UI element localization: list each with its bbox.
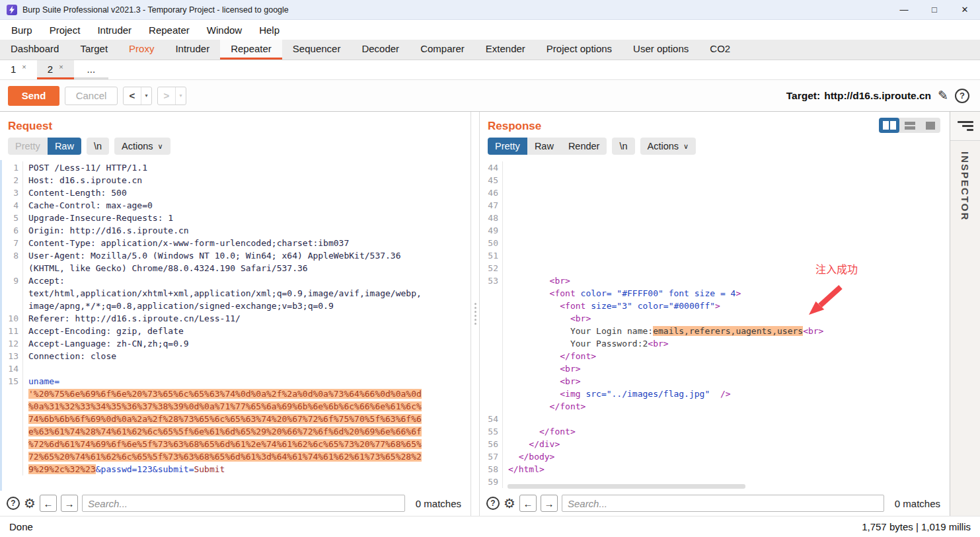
tab-decoder[interactable]: Decoder [351,40,410,60]
menu-bar: BurpProjectIntruderRepeaterWindowHelp [0,20,980,40]
code-line: 51 [482,249,950,262]
request-search-input[interactable] [82,495,405,512]
search-help-icon[interactable]: ? [7,497,20,510]
inspector-tab[interactable]: INSPECTOR [960,151,971,221]
code-line: 47 [482,199,950,212]
code-line: <br> [482,312,950,325]
search-help-icon[interactable]: ? [486,497,500,510]
red-arrow-icon [802,282,848,325]
tab-comparer[interactable]: Comparer [410,40,475,60]
history-back-button[interactable]: < ▾ [123,87,152,105]
status-bar: Done 1,757 bytes | 1,019 millis [0,516,980,537]
repeater-tab-...[interactable]: ... [74,60,109,79]
code-line: 2Host: d16.s.iproute.cn [2,174,471,186]
code-line: 55 </font> [482,425,950,438]
code-line: </font> [482,400,950,413]
tab-raw[interactable]: Raw [48,138,81,155]
inspector-collapse-button[interactable] [950,112,980,141]
code-line: image/apng,*/*;q=0.8,application/signed-… [2,300,471,312]
minimize-icon[interactable]: — [889,0,919,19]
edit-target-icon[interactable]: ✎ [938,88,948,103]
request-search-row: ? ⚙ ← → 0 matches [0,491,471,516]
repeater-toolbar: Send Cancel < ▾ > ▾ Target: http://d16.s… [0,80,980,112]
code-line: 50 [482,237,950,249]
menu-item-burp[interactable]: Burp [5,24,39,36]
layout-columns-icon[interactable] [879,118,899,133]
send-button[interactable]: Send [8,86,59,106]
back-icon[interactable]: < [124,87,141,104]
layout-toggle-group [879,118,940,133]
close-tab-icon[interactable]: × [59,63,63,71]
response-editor-body[interactable]: 44454647484950515253 <br> <font color= "… [480,160,950,491]
tab-co2[interactable]: CO2 [699,40,741,60]
help-icon[interactable]: ? [955,89,969,103]
search-prev-icon[interactable]: ← [519,495,537,512]
tab-dashboard[interactable]: Dashboard [0,40,69,60]
code-line: Your Login name:emails,referers,uagents,… [482,325,950,337]
code-line: 57 </body> [482,450,950,463]
layout-rows-icon[interactable] [899,118,920,133]
code-line: 14 [2,362,471,375]
injection-success-annotation: 注入成功 [815,261,858,276]
code-line: 53 <br> [482,274,950,287]
code-line: <br> [482,362,950,375]
code-line: 12Accept-Language: zh-CN,zh;q=0.9 [2,337,471,350]
tab-target[interactable]: Target [69,40,118,60]
tab-intruder[interactable]: Intruder [165,40,220,60]
tab-sequencer[interactable]: Sequencer [282,40,352,60]
layout-single-icon[interactable] [920,118,940,133]
tab-newline[interactable]: \n [612,138,634,155]
code-line: 49 [482,224,950,237]
request-editor-body[interactable]: 1POST /Less-11/ HTTP/1.12Host: d16.s.ipr… [0,160,471,491]
response-search-row: ? ⚙ ← → 0 matches [480,491,950,516]
tab-raw[interactable]: Raw [527,138,561,155]
tab-repeater[interactable]: Repeater [220,40,282,60]
tab-actions[interactable]: Actions∨ [114,138,170,155]
tab-extender[interactable]: Extender [475,40,536,60]
menu-item-intruder[interactable]: Intruder [91,24,138,36]
history-forward-button[interactable]: > ▾ [157,87,186,105]
menu-item-project[interactable]: Project [43,24,87,36]
tab-user-options[interactable]: User options [622,40,699,60]
search-settings-gear-icon[interactable]: ⚙ [24,495,36,511]
search-next-icon[interactable]: → [541,495,558,512]
request-title: Request [0,112,471,138]
repeater-tab-2[interactable]: 2× [37,60,74,79]
response-search-input[interactable] [562,495,884,512]
forward-icon[interactable]: > [158,87,175,104]
code-line: 5Upgrade-Insecure-Requests: 1 [2,212,471,224]
code-line: 48 [482,212,950,224]
code-line: 11Accept-Encoding: gzip, deflate [2,325,471,337]
main-tab-bar: DashboardTargetProxyIntruderRepeaterSequ… [0,40,980,60]
code-line: 46 [482,186,950,199]
cancel-button[interactable]: Cancel [65,87,118,105]
repeater-tab-1[interactable]: 1× [0,60,37,79]
tab-project-options[interactable]: Project options [536,40,622,60]
menu-item-repeater[interactable]: Repeater [142,24,196,36]
splitter-grip-icon [474,303,476,325]
panel-splitter[interactable] [471,112,480,516]
maximize-icon[interactable]: □ [919,0,950,19]
chevron-down-icon: ∨ [683,142,689,151]
code-line: 58</html> [482,463,950,475]
code-line: 4Cache-Control: max-age=0 [2,199,471,212]
code-line: 7Content-Type: application/x-www-form-ur… [2,237,471,249]
tab-render[interactable]: Render [561,138,607,155]
tab-pretty[interactable]: Pretty [8,138,48,155]
close-tab-icon[interactable]: × [22,63,26,71]
search-settings-gear-icon[interactable]: ⚙ [504,495,515,511]
close-icon[interactable]: ✕ [950,0,980,19]
tab-pretty[interactable]: Pretty [488,138,527,155]
horizontal-scrollbar[interactable] [508,484,745,489]
forward-dropdown-icon[interactable]: ▾ [175,87,186,104]
menu-item-help[interactable]: Help [252,24,286,36]
back-dropdown-icon[interactable]: ▾ [141,87,151,104]
window-controls: — □ ✕ [889,0,980,19]
tab-newline[interactable]: \n [87,138,109,155]
menu-item-window[interactable]: Window [200,24,248,36]
tab-actions[interactable]: Actions∨ [640,138,697,155]
title-bar: Burp Suite Professional v2021.3 - Tempor… [0,0,980,20]
tab-proxy[interactable]: Proxy [118,40,165,60]
search-next-icon[interactable]: → [61,495,78,512]
search-prev-icon[interactable]: ← [40,495,57,512]
